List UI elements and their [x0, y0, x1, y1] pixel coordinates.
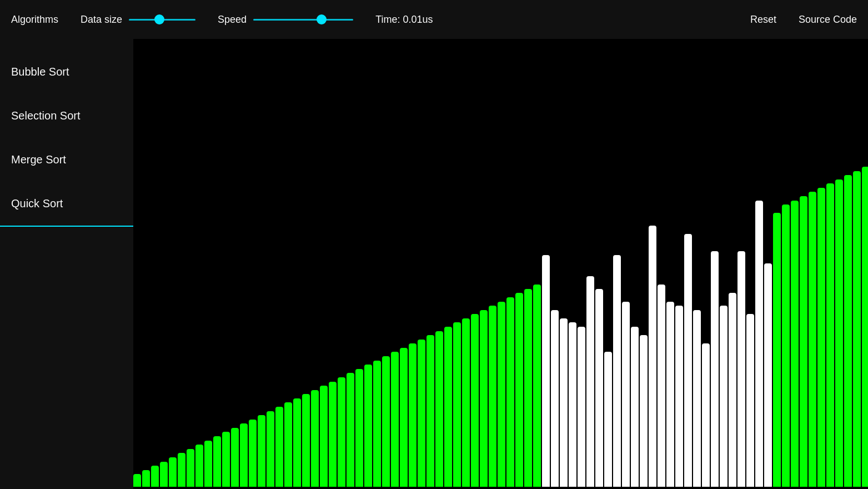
- bar-36: [453, 322, 461, 487]
- bar-18: [293, 398, 301, 487]
- sidebar-item-quick[interactable]: Quick Sort: [0, 182, 133, 227]
- algorithms-menu[interactable]: Algorithms: [11, 14, 58, 26]
- bar-14: [258, 415, 265, 487]
- bar-50: [578, 327, 585, 487]
- bar-69: [746, 314, 754, 487]
- bar-28: [382, 356, 390, 487]
- bar-52: [595, 289, 603, 487]
- bar-16: [275, 407, 283, 487]
- bar-72: [773, 213, 781, 487]
- bar-67: [729, 293, 736, 487]
- bar-59: [658, 285, 665, 487]
- bar-53: [604, 352, 612, 487]
- bar-66: [720, 306, 727, 487]
- bar-51: [586, 276, 594, 487]
- bar-54: [613, 255, 621, 487]
- bar-20: [311, 390, 319, 487]
- bar-55: [622, 302, 630, 487]
- bar-43: [515, 293, 523, 487]
- bar-31: [409, 343, 417, 487]
- bar-25: [355, 369, 363, 487]
- bar-64: [702, 343, 710, 487]
- bar-75: [800, 196, 807, 487]
- bar-40: [489, 306, 496, 487]
- bar-22: [329, 382, 337, 487]
- bar-9: [213, 436, 221, 487]
- bar-56: [631, 327, 639, 487]
- bar-44: [524, 289, 532, 487]
- bar-77: [817, 188, 825, 487]
- bar-79: [835, 179, 843, 487]
- speed-group: Speed: [218, 14, 353, 26]
- bar-78: [826, 183, 834, 487]
- bar-15: [267, 411, 274, 487]
- bar-12: [240, 423, 248, 487]
- bar-49: [569, 322, 576, 487]
- bar-60: [666, 302, 674, 487]
- bar-70: [755, 201, 763, 487]
- bar-47: [551, 310, 559, 487]
- bar-13: [249, 420, 257, 487]
- bar-4: [169, 457, 177, 487]
- bar-21: [320, 386, 328, 487]
- bar-33: [427, 335, 434, 487]
- bar-76: [809, 192, 816, 487]
- bar-26: [364, 365, 372, 487]
- bar-57: [640, 335, 648, 487]
- sidebar: Bubble SortSelection SortMerge SortQuick…: [0, 39, 133, 489]
- bar-17: [284, 402, 292, 487]
- speed-label: Speed: [218, 14, 247, 26]
- navbar: Algorithms Data size Speed Time: 0.01us …: [0, 0, 868, 39]
- bar-34: [435, 331, 443, 487]
- bar-38: [471, 314, 479, 487]
- bar-32: [418, 340, 425, 487]
- bar-41: [498, 302, 505, 487]
- bar-58: [649, 226, 656, 487]
- time-display: Time: 0.01us: [375, 14, 433, 26]
- reset-button[interactable]: Reset: [750, 14, 776, 26]
- sidebar-item-selection[interactable]: Selection Sort: [0, 94, 133, 138]
- bar-39: [480, 310, 488, 487]
- bar-27: [373, 361, 381, 487]
- bar-37: [462, 318, 470, 487]
- bar-82: [862, 167, 868, 487]
- bar-1: [142, 470, 150, 487]
- bar-45: [533, 285, 541, 487]
- bar-3: [160, 462, 168, 487]
- bar-61: [675, 306, 683, 487]
- bar-46: [542, 255, 550, 487]
- bar-2: [151, 466, 159, 487]
- bars-container: [133, 39, 868, 489]
- sidebar-item-merge[interactable]: Merge Sort: [0, 138, 133, 182]
- bar-7: [195, 445, 203, 487]
- bar-5: [178, 453, 185, 487]
- bar-62: [684, 234, 692, 487]
- bar-48: [560, 318, 568, 487]
- bar-80: [844, 175, 852, 487]
- source-code-button[interactable]: Source Code: [799, 14, 857, 26]
- bar-81: [853, 171, 861, 487]
- bar-29: [391, 352, 399, 487]
- bar-65: [711, 251, 719, 487]
- bar-8: [204, 441, 212, 487]
- bar-10: [222, 432, 230, 487]
- data-size-slider[interactable]: [129, 19, 195, 21]
- bar-6: [187, 449, 194, 487]
- bar-73: [782, 204, 790, 487]
- data-size-group: Data size: [81, 14, 195, 26]
- speed-slider[interactable]: [253, 19, 353, 21]
- bar-23: [338, 377, 345, 487]
- bar-19: [302, 394, 310, 487]
- sidebar-item-bubble[interactable]: Bubble Sort: [0, 50, 133, 94]
- bar-63: [693, 310, 701, 487]
- bar-74: [791, 201, 799, 487]
- bar-11: [231, 428, 239, 487]
- visualization-area: [133, 39, 868, 489]
- bar-68: [737, 251, 745, 487]
- bar-71: [764, 263, 772, 487]
- bar-42: [506, 297, 514, 487]
- bar-35: [444, 327, 452, 487]
- data-size-label: Data size: [81, 14, 122, 26]
- bar-0: [133, 474, 141, 487]
- main-content: Bubble SortSelection SortMerge SortQuick…: [0, 39, 868, 489]
